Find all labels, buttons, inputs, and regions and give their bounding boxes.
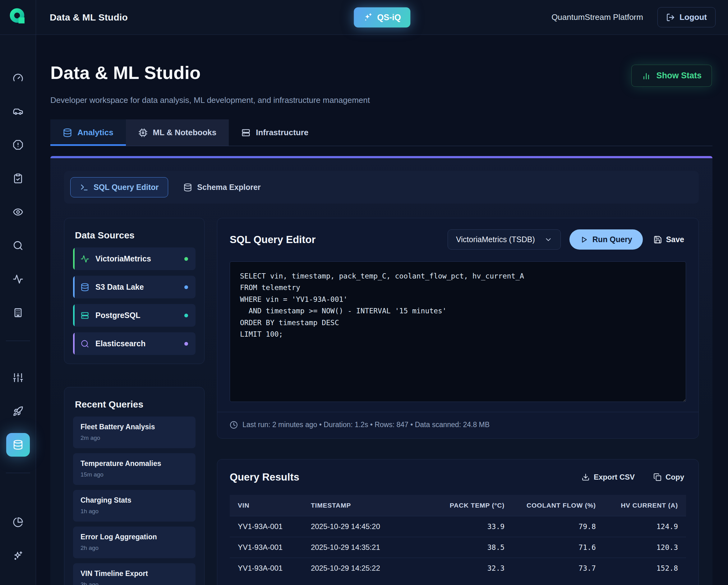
data-source-name: S3 Data Lake (96, 283, 144, 292)
sidebar-item-controls[interactable] (6, 366, 30, 390)
page-title: Data & ML Studio (50, 62, 201, 83)
recent-query-item[interactable]: Temperature Anomalies 15m ago (73, 453, 196, 485)
cell-hv-current: 124.9 (604, 516, 686, 537)
car-icon (13, 106, 23, 116)
recent-query-time: 1h ago (80, 508, 188, 515)
sql-code-editor[interactable]: SELECT vin, timestamp, pack_temp_C, cool… (230, 261, 686, 402)
right-column: SQL Query Editor VictoriaMetrics (TSDB) … (217, 218, 699, 585)
sidebar-item-dashboard[interactable] (6, 66, 30, 89)
datasource-select[interactable]: VictoriaMetrics (TSDB) (448, 230, 561, 249)
cell-vin: YV1-93A-001 (230, 537, 303, 558)
bar-chart-icon (642, 71, 651, 80)
chevron-down-icon (544, 236, 552, 244)
tab-infrastructure[interactable]: Infrastructure (229, 119, 321, 146)
server-icon (241, 128, 251, 137)
page-subtitle: Developer workspace for data analysis, M… (50, 96, 712, 105)
editor-mode-toolbar: SQL Query Editor Schema Explorer (64, 171, 699, 204)
cell-timestamp: 2025-10-29 14:45:20 (303, 516, 426, 537)
data-source-name: PostgreSQL (96, 311, 140, 320)
app-root: Data & ML Studio QS-iQ QuantumStream Pla… (0, 0, 728, 585)
tab-label: Infrastructure (256, 128, 308, 137)
sql-editor-controls: VictoriaMetrics (TSDB) Run Query Save (448, 230, 686, 249)
schema-explorer-toggle[interactable]: Schema Explorer (174, 177, 270, 197)
query-status-bar: Last run: 2 minutes ago • Duration: 1.2s… (217, 412, 699, 438)
query-results-title: Query Results (230, 471, 300, 483)
sidebar-item-assistant[interactable] (6, 544, 30, 567)
sidebar-item-facilities[interactable] (6, 301, 30, 324)
left-column: Data Sources VictoriaMetrics S3 Data Lak… (64, 218, 205, 585)
editor-columns: Data Sources VictoriaMetrics S3 Data Lak… (64, 218, 699, 585)
save-query-button[interactable]: Save (652, 235, 686, 244)
database-icon (63, 128, 72, 137)
sidebar-divider (6, 341, 30, 341)
cell-coolant-flow: 79.8 (513, 516, 604, 537)
data-source-elasticsearch[interactable]: Elasticsearch (73, 332, 196, 355)
server-icon (80, 311, 89, 320)
save-icon (653, 235, 662, 244)
top-bar-right: QuantumStream Platform Logout (551, 7, 728, 27)
copy-icon (653, 473, 661, 481)
run-query-button[interactable]: Run Query (570, 230, 643, 249)
sidebar (0, 35, 36, 585)
sidebar-item-monitoring[interactable] (6, 200, 30, 224)
recent-query-item[interactable]: Fleet Battery Analysis 2m ago (73, 417, 196, 448)
gauge-icon (13, 73, 23, 83)
sql-editor-title: SQL Query Editor (230, 234, 315, 245)
cell-coolant-flow: 73.7 (513, 558, 604, 579)
sidebar-item-alerts[interactable] (6, 133, 30, 157)
cell-pack-temp: 32.3 (426, 558, 513, 579)
copy-results-button[interactable]: Copy (652, 473, 686, 482)
data-source-name: Elasticsearch (96, 339, 146, 348)
database-icon (183, 183, 192, 192)
recent-query-item[interactable]: VIN Timeline Export 3h ago (73, 563, 196, 585)
tab-label: Analytics (77, 128, 113, 137)
sidebar-item-search[interactable] (6, 234, 30, 257)
copy-results-label: Copy (666, 473, 684, 481)
qsiq-button[interactable]: QS-iQ (354, 7, 410, 27)
recent-queries-title: Recent Queries (75, 399, 196, 410)
tab-bar: Analytics ML & Notebooks Infrastructure (50, 119, 712, 146)
cell-vin: YV1-93A-001 (230, 558, 303, 579)
recent-query-item[interactable]: Error Log Aggregation 2h ago (73, 527, 196, 558)
data-sources-panel: Data Sources VictoriaMetrics S3 Data Lak… (64, 218, 205, 364)
data-source-postgresql[interactable]: PostgreSQL (73, 304, 196, 327)
column-header-vin: VIN (230, 495, 303, 516)
sidebar-divider (6, 473, 30, 473)
sparkles-icon (13, 551, 23, 561)
recent-query-name: VIN Timeline Export (80, 569, 188, 578)
clipboard-check-icon (13, 173, 23, 184)
main-content: Data & ML Studio Show Stats Developer wo… (36, 35, 728, 585)
logout-icon (666, 13, 675, 22)
recent-query-time: 2m ago (80, 434, 188, 442)
data-source-victoriametrics[interactable]: VictoriaMetrics (73, 247, 196, 270)
table-row: YV1-93A-001 2025-10-29 14:45:20 33.9 79.… (230, 516, 686, 537)
sliders-icon (13, 372, 23, 383)
data-source-s3-data-lake[interactable]: S3 Data Lake (73, 276, 196, 298)
sidebar-item-deployments[interactable] (6, 399, 30, 423)
cell-hv-current: 120.3 (604, 537, 686, 558)
table-row: YV1-93A-001 2025-10-29 14:25:22 32.3 73.… (230, 558, 686, 579)
cell-timestamp: 2025-10-29 14:35:21 (303, 537, 426, 558)
tab-ml-notebooks[interactable]: ML & Notebooks (126, 119, 229, 146)
sidebar-item-analytics[interactable] (6, 510, 30, 534)
sql-query-editor-toggle[interactable]: SQL Query Editor (70, 177, 168, 197)
logout-button[interactable]: Logout (657, 7, 716, 27)
recent-query-item[interactable]: Charging Stats 1h ago (73, 490, 196, 522)
cell-coolant-flow: 71.6 (513, 537, 604, 558)
sidebar-item-telemetry[interactable] (6, 267, 30, 291)
download-icon (581, 473, 590, 481)
cpu-icon (138, 128, 148, 137)
status-dot (184, 257, 188, 261)
search-icon (80, 340, 89, 348)
export-csv-button[interactable]: Export CSV (580, 473, 636, 482)
sidebar-item-data-studio[interactable] (6, 433, 30, 457)
tab-analytics[interactable]: Analytics (50, 119, 126, 146)
cell-timestamp: 2025-10-29 14:25:22 (303, 558, 426, 579)
platform-label: QuantumStream Platform (551, 12, 643, 22)
analytics-section: SQL Query Editor Schema Explorer Data So… (50, 156, 712, 585)
sidebar-item-vehicles[interactable] (6, 100, 30, 123)
show-stats-button[interactable]: Show Stats (631, 65, 712, 87)
recent-queries-panel: Recent Queries Fleet Battery Analysis 2m… (64, 387, 205, 585)
status-dot (184, 285, 188, 289)
sidebar-item-tasks[interactable] (6, 167, 30, 190)
